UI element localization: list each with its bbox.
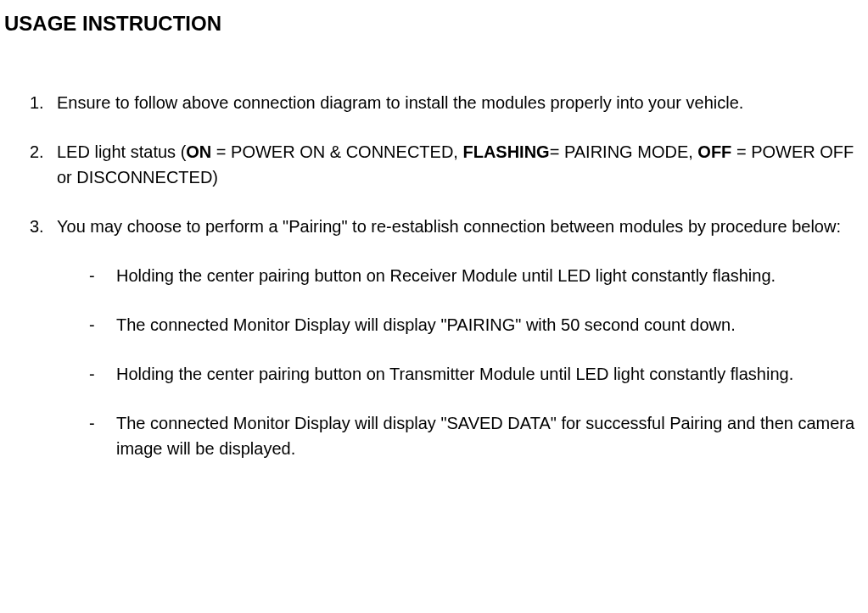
- sub-item-text: Holding the center pairing button on Rec…: [116, 266, 776, 285]
- sub-item-text: Holding the center pairing button on Tra…: [116, 365, 793, 383]
- item-text: LED light status (ON = POWER ON & CONNEC…: [57, 142, 854, 187]
- sub-item-text: The connected Monitor Display will displ…: [116, 315, 736, 334]
- item-text: You may choose to perform a "Pairing" to…: [57, 217, 841, 236]
- sub-list: - Holding the center pairing button on R…: [57, 263, 864, 461]
- item-number: 3.: [30, 214, 44, 239]
- sub-list-item: - The connected Monitor Display will dis…: [89, 410, 864, 461]
- sub-list-item: - Holding the center pairing button on T…: [89, 361, 864, 387]
- dash-marker: -: [89, 410, 95, 436]
- item-number: 2.: [30, 139, 44, 164]
- list-item: 3. You may choose to perform a "Pairing"…: [30, 214, 864, 461]
- text-part-bold: ON: [186, 142, 211, 161]
- page-title: USAGE INSTRUCTION: [4, 8, 864, 39]
- text-part: = POWER ON & CONNECTED,: [211, 142, 462, 161]
- text-part-bold: FLASHING: [462, 142, 549, 161]
- text-part: LED light status (: [57, 142, 186, 161]
- instruction-list: 1. Ensure to follow above connection dia…: [4, 90, 864, 461]
- dash-marker: -: [89, 312, 95, 337]
- text-part-bold: OFF: [697, 142, 731, 161]
- sub-item-text: The connected Monitor Display will displ…: [116, 414, 854, 458]
- dash-marker: -: [89, 361, 95, 387]
- sub-list-item: - Holding the center pairing button on R…: [89, 263, 864, 288]
- item-text: Ensure to follow above connection diagra…: [57, 93, 743, 112]
- text-part: = PAIRING MODE,: [550, 142, 698, 161]
- list-item: 2. LED light status (ON = POWER ON & CON…: [30, 139, 864, 190]
- item-number: 1.: [30, 90, 44, 115]
- list-item: 1. Ensure to follow above connection dia…: [30, 90, 864, 115]
- sub-list-item: - The connected Monitor Display will dis…: [89, 312, 864, 337]
- dash-marker: -: [89, 263, 95, 288]
